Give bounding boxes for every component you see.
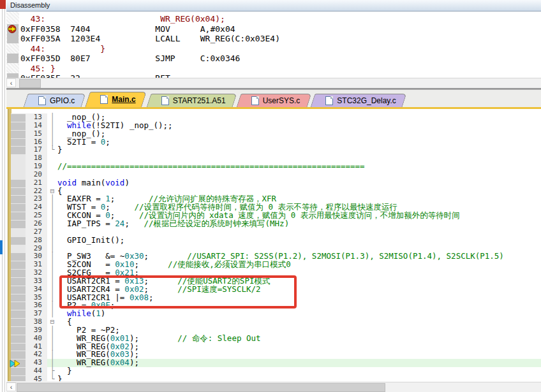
code-text[interactable]: _nop_(); (57, 130, 541, 138)
disasm-row[interactable]: 44: } (20, 44, 541, 54)
disasm-row[interactable]: 0xFF0358 7404 MOV A,#0x04 (20, 24, 541, 34)
breakpoint-margin[interactable] (11, 318, 26, 326)
tab-stc32g-delay-c[interactable]: STC32G_Delay.c (313, 94, 404, 107)
tab-usersys-c[interactable]: UserSYS.c (239, 94, 309, 107)
code-text[interactable]: WR_REG(0x04); (57, 359, 541, 367)
breakpoint-margin[interactable] (11, 122, 26, 130)
line-number: 15 (26, 130, 47, 138)
scroll-left-arrow[interactable]: ‹ (6, 78, 16, 87)
fold-guide: │ (47, 130, 57, 138)
breakpoint-margin[interactable] (11, 171, 26, 179)
breakpoint-margin[interactable] (11, 351, 26, 359)
breakpoint-margin[interactable] (11, 277, 26, 286)
disasm-row[interactable]: 45: } (20, 64, 541, 74)
code-text[interactable]: while(1) (57, 310, 541, 318)
fold-guide: │ (47, 228, 57, 236)
code-line[interactable]: 43│ WR_REG(0x04); (11, 359, 541, 367)
code-text[interactable]: } (57, 146, 541, 154)
line-number: 27 (26, 228, 47, 236)
document-icon (251, 96, 259, 105)
breakpoint-margin[interactable] (11, 252, 26, 261)
breakpoint-margin[interactable] (11, 326, 26, 335)
breakpoint-margin[interactable] (11, 138, 26, 147)
code-line[interactable]: 37│ while(1) (11, 310, 541, 318)
code-text[interactable]: while(!S2TI) _nop_();; (57, 122, 541, 130)
line-number: 32 (26, 269, 47, 277)
editor-hscrollbar[interactable]: ‹ (6, 382, 541, 392)
breakpoint-margin[interactable] (11, 187, 26, 196)
code-line[interactable]: 21void main(void) (11, 179, 541, 187)
tab-label: UserSYS.c (263, 96, 300, 105)
code-line[interactable]: 26│ IAP_TPS = 24; //根据已经设定的系统时钟来填写(MHz) (11, 220, 541, 228)
code-text[interactable]: } (57, 367, 541, 375)
breakpoint-margin[interactable] (11, 228, 26, 236)
breakpoint-margin[interactable] (11, 294, 26, 302)
code-text[interactable]: } (57, 375, 541, 381)
breakpoint-margin[interactable] (11, 375, 26, 381)
disasm-row[interactable]: 43: WR_REG(0x04); (20, 14, 541, 24)
code-text[interactable]: void main(void) (57, 179, 541, 187)
code-line[interactable]: 19//====================================… (11, 163, 541, 171)
tab-label: GPIO.c (50, 96, 75, 105)
fold-guide: │ (47, 122, 57, 130)
code-editor[interactable]: 13│ _nop_();14│ while(!S2TI) _nop_();;15… (6, 109, 541, 381)
breakpoint-margin[interactable] (11, 301, 26, 310)
fold-guide: │ (47, 335, 57, 343)
breakpoint-margin[interactable] (11, 220, 26, 228)
disassembly-hscrollbar[interactable]: ‹ (6, 78, 541, 88)
breakpoint-margin[interactable] (11, 146, 26, 154)
line-number: 19 (26, 163, 47, 171)
breakpoint-margin[interactable] (11, 335, 26, 343)
code-line[interactable]: 28│ GPIO_Init(); (11, 236, 541, 245)
tab-start251-a51[interactable]: START251.A51 (149, 94, 235, 107)
code-text[interactable]: IAP_TPS = 24; //根据已经设定的系统时钟来填写(MHz) (57, 220, 541, 228)
code-line[interactable]: 44├ } (11, 367, 541, 375)
breakpoint-margin[interactable] (11, 359, 26, 367)
code-line[interactable]: 16│ S2TI = 0; (11, 138, 541, 147)
breakpoint-margin[interactable] (11, 203, 26, 212)
breakpoint-margin[interactable] (11, 261, 26, 269)
breakpoint-margin[interactable] (11, 343, 26, 351)
breakpoint-margin[interactable] (11, 179, 26, 187)
scroll-left-arrow[interactable]: ‹ (6, 382, 16, 391)
disassembly-hscroll-thumb[interactable] (19, 79, 41, 88)
line-number: 40 (26, 335, 47, 343)
code-line[interactable]: 45└} (11, 375, 541, 381)
breakpoint-margin[interactable] (11, 130, 26, 138)
code-text[interactable]: GPIO_Init(); (57, 236, 541, 245)
breakpoint-margin[interactable] (11, 367, 26, 375)
code-text[interactable]: //======================================… (57, 163, 541, 171)
fold-collapse-icon[interactable]: ⊟ (47, 318, 57, 326)
line-number: 45 (26, 375, 47, 381)
breakpoint-margin[interactable] (11, 245, 26, 253)
breakpoint-margin[interactable] (11, 286, 26, 294)
tab-gpio-c[interactable]: GPIO.c (26, 94, 84, 107)
editor-hscroll-thumb[interactable] (17, 383, 385, 392)
disassembly-panel-title[interactable]: Disassembly (6, 0, 541, 11)
breakpoint-current-icon[interactable] (7, 24, 19, 34)
fold-guide: │ (47, 236, 57, 245)
breakpoint-margin[interactable] (11, 163, 26, 171)
fold-guide: │ (47, 326, 57, 335)
panel-divider (4, 0, 5, 392)
code-text[interactable]: { (57, 318, 541, 326)
breakpoint-margin[interactable] (11, 154, 26, 163)
line-number: 39 (26, 326, 47, 335)
breakpoint-margin[interactable] (11, 236, 26, 245)
disasm-row[interactable]: 0xFF035A 1203E4 LCALL WR_REG(C:0x03E4) (20, 34, 541, 44)
breakpoint-margin[interactable] (11, 269, 26, 277)
breakpoint-margin[interactable] (11, 195, 26, 203)
tab-main-c[interactable]: Main.c (87, 92, 144, 107)
code-text[interactable]: S2TI = 0; (57, 138, 541, 147)
breakpoint-margin[interactable] (11, 310, 26, 318)
code-text[interactable] (57, 171, 541, 179)
breakpoint-margin[interactable] (11, 113, 26, 122)
code-line[interactable]: 17└} (11, 146, 541, 154)
code-text[interactable] (57, 228, 541, 236)
line-number: 34 (26, 286, 47, 294)
disassembly-breakpoint-margin[interactable] (6, 11, 19, 78)
breakpoint-margin[interactable] (11, 212, 26, 220)
fold-guide: │ (47, 277, 57, 286)
disassembly-content[interactable]: 43: WR_REG(0x04);0xFF0358 7404 MOV A,#0x… (6, 11, 541, 78)
disasm-row[interactable]: 0xFF035D 80E7 SJMP C:0x0346 (20, 54, 541, 64)
